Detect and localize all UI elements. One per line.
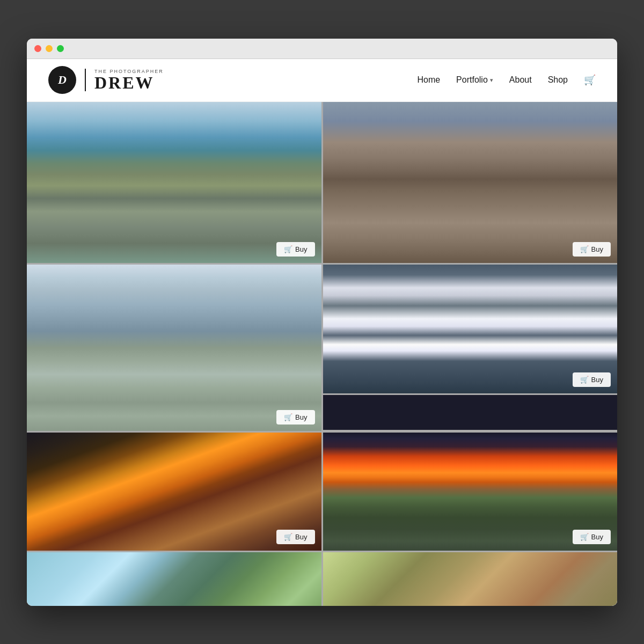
photo-image-6-spacer	[323, 395, 618, 430]
photo-image-2	[323, 102, 618, 263]
cart-icon[interactable]: 🛒	[584, 74, 596, 86]
site-content: D THE PHOTOGRAPHER DREW Home Portfolio ▾	[27, 59, 617, 606]
buy-button-2[interactable]: 🛒 Buy	[573, 242, 611, 257]
buy-button-6[interactable]: 🛒 Buy	[573, 530, 611, 544]
photo-grid: 🛒 Buy 🛒 Buy 🛒 Buy	[27, 102, 617, 606]
logo-area: D THE PHOTOGRAPHER DREW	[48, 66, 164, 94]
photo-cell-1[interactable]: 🛒 Buy	[27, 102, 321, 263]
photo-cell-8[interactable]	[323, 552, 618, 606]
traffic-light-green[interactable]	[57, 45, 64, 52]
browser-window: D THE PHOTOGRAPHER DREW Home Portfolio ▾	[27, 39, 617, 606]
chevron-down-icon: ▾	[490, 77, 493, 84]
photo-image-3	[27, 265, 321, 431]
logo-divider	[85, 69, 86, 91]
photo-cell-2[interactable]: 🛒 Buy	[323, 102, 618, 263]
cart-small-icon-4: 🛒	[580, 376, 589, 384]
cart-small-icon-2: 🛒	[580, 245, 589, 253]
site-header: D THE PHOTOGRAPHER DREW Home Portfolio ▾	[27, 59, 617, 102]
photo-cell-3[interactable]: 🛒 Buy	[27, 265, 321, 431]
photo-image-7	[27, 552, 321, 606]
site-nav: Home Portfolio ▾ About Shop 🛒	[417, 74, 596, 86]
photo-cell-6[interactable]	[323, 395, 618, 430]
buy-button-1[interactable]: 🛒 Buy	[276, 242, 314, 257]
cart-small-icon-3: 🛒	[284, 413, 292, 421]
logo-name: DREW	[94, 74, 164, 91]
photo-cell-6-main[interactable]: 🛒 Buy	[323, 433, 618, 551]
buy-button-4[interactable]: 🛒 Buy	[573, 372, 611, 387]
logo-icon: D	[48, 66, 76, 94]
nav-shop[interactable]: Shop	[548, 75, 568, 85]
cart-small-icon-5: 🛒	[284, 533, 292, 541]
buy-button-3[interactable]: 🛒 Buy	[276, 410, 314, 425]
browser-chrome	[27, 39, 617, 59]
nav-about[interactable]: About	[509, 75, 532, 85]
photo-cell-7[interactable]	[27, 552, 321, 606]
cart-small-icon-1: 🛒	[284, 245, 292, 253]
photo-image-1	[27, 102, 321, 263]
buy-button-5[interactable]: 🛒 Buy	[276, 530, 314, 544]
cart-small-icon-6: 🛒	[580, 533, 589, 541]
nav-portfolio[interactable]: Portfolio ▾	[456, 75, 493, 85]
traffic-light-yellow[interactable]	[46, 45, 53, 52]
photo-cell-5[interactable]: 🛒 Buy	[27, 433, 321, 551]
nav-home[interactable]: Home	[417, 75, 440, 85]
traffic-light-red[interactable]	[34, 45, 41, 52]
logo-text-area: THE PHOTOGRAPHER DREW	[94, 69, 164, 91]
photo-image-8	[323, 552, 618, 606]
photo-cell-4[interactable]: 🛒 Buy	[323, 265, 618, 393]
